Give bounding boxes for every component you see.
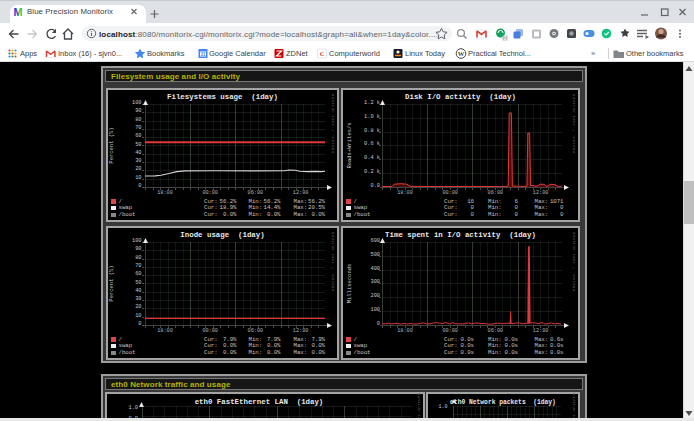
svg-text:31: 31 (200, 52, 206, 57)
svg-text:C: C (320, 50, 325, 57)
svg-text:W: W (458, 50, 465, 57)
svg-text:M: M (14, 6, 23, 18)
